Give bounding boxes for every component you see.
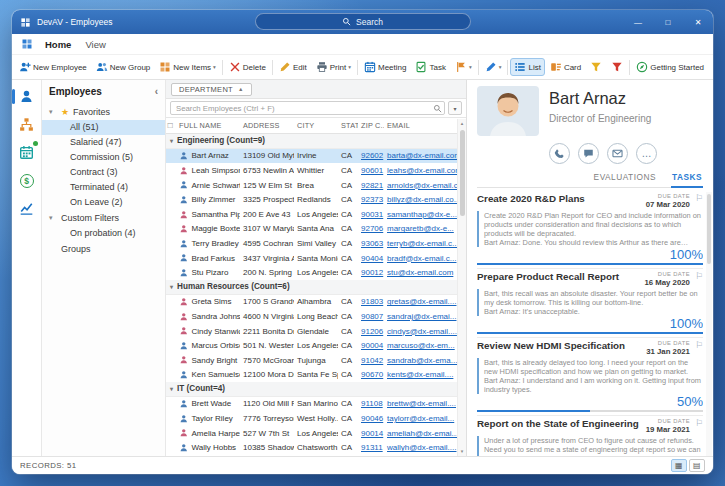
- table-row[interactable]: Brett Wade1120 Old Mill RdSan MarinoCA91…: [166, 397, 457, 412]
- zip-link[interactable]: 90004: [361, 341, 383, 350]
- email-link[interactable]: bradf@dx-email.c...: [387, 254, 456, 263]
- column-header-zip-c[interactable]: ZIP C...: [358, 121, 384, 130]
- scrollbar-thumb[interactable]: [460, 130, 465, 216]
- phone-button[interactable]: [549, 143, 570, 164]
- column-header-email[interactable]: EMAIL: [384, 121, 457, 130]
- task-item[interactable]: Prepare Product Recall ReportDUE DATE16 …: [477, 269, 703, 338]
- tab-evaluations[interactable]: EVALUATIONS: [593, 169, 657, 187]
- table-row[interactable]: Stu Pizaro200 N. Spring StLos AngelesCA9…: [166, 265, 457, 280]
- new-items-button[interactable]: New Items▾: [155, 58, 220, 76]
- email-link[interactable]: barta@dx-email.com: [387, 151, 457, 160]
- table-row[interactable]: Leah Simpson6753 Newlin AveWhittierCA906…: [166, 163, 457, 178]
- table-row[interactable]: Samantha Piper200 E Ave 43Los AngelesCA9…: [166, 207, 457, 222]
- email-link[interactable]: brettw@dx-email....: [387, 399, 456, 408]
- clear-filter-button[interactable]: [607, 58, 627, 76]
- task-item[interactable]: Review New HDMI SpecificationDUE DATE31 …: [477, 338, 703, 416]
- table-row[interactable]: Ken Samuelson12100 Mora DrSanta Fe Sp...…: [166, 368, 457, 383]
- sidebar-item-terminated-4[interactable]: Terminated (4): [42, 180, 165, 195]
- tab-tasks[interactable]: TASKS: [671, 169, 703, 188]
- email-link[interactable]: leahs@dx-email.com: [387, 166, 457, 175]
- flags-button[interactable]: ▾: [451, 58, 476, 76]
- column-header-state[interactable]: STATE: [338, 121, 358, 130]
- email-link[interactable]: ameliah@dx-emai...: [387, 429, 457, 438]
- flag-icon[interactable]: ⚐: [695, 340, 703, 351]
- email-link[interactable]: gretas@dx-email....: [387, 297, 456, 306]
- scroll-down-icon[interactable]: ▾: [461, 447, 464, 456]
- filter-button[interactable]: [586, 58, 606, 76]
- column-header-full-name[interactable]: FULL NAME: [176, 121, 240, 130]
- sidebar-section-favorites[interactable]: ▾★Favorites: [42, 104, 165, 120]
- email-link[interactable]: terryb@dx-email.c...: [387, 239, 457, 248]
- group-row-it-count-4[interactable]: ▾IT (Count=4): [166, 382, 457, 397]
- zip-link[interactable]: 90014: [361, 429, 383, 438]
- titlebar-search-box[interactable]: Search: [255, 13, 471, 30]
- edit-button[interactable]: Edit: [275, 58, 311, 76]
- meeting-button[interactable]: Meeting: [360, 58, 410, 76]
- sidebar-item-all-51[interactable]: All (51): [42, 120, 165, 135]
- zip-link[interactable]: 90404: [361, 254, 383, 263]
- delete-button[interactable]: Delete: [225, 58, 270, 76]
- table-row[interactable]: Greta Sims1700 S Grandvie...AlhambraCA91…: [166, 295, 457, 310]
- table-row[interactable]: Marcus Orbison501 N. Wester...Los Angele…: [166, 338, 457, 353]
- minimize-button[interactable]: —: [623, 10, 653, 34]
- search-options-button[interactable]: ▾: [448, 101, 462, 115]
- email-link[interactable]: arnolds@dx-email.c...: [387, 181, 457, 190]
- new-employee-button[interactable]: New Employee: [15, 58, 91, 76]
- tab-home[interactable]: Home: [45, 39, 71, 50]
- table-row[interactable]: Taylor Riley7776 Torreyson DrWest Holly.…: [166, 411, 457, 426]
- detail-scrollbar[interactable]: [706, 192, 712, 456]
- zip-link[interactable]: 91311: [361, 443, 383, 452]
- employee-search-input[interactable]: [170, 101, 445, 115]
- table-row[interactable]: Terry Bradley4595 Cochran StSimi ValleyC…: [166, 236, 457, 251]
- grid-scrollbar[interactable]: ▴ ▾: [457, 119, 466, 456]
- more-button[interactable]: …: [636, 143, 657, 164]
- email-link[interactable]: kents@dx-email....: [387, 370, 453, 379]
- table-row[interactable]: Bart Arnaz13109 Old Myfo...IrvineCA92602…: [166, 149, 457, 164]
- zip-link[interactable]: 92373: [361, 195, 383, 204]
- list-view-toggle-button[interactable]: ▤: [689, 459, 705, 472]
- sidebar-item-on-probation-4[interactable]: On probation (4): [42, 226, 165, 241]
- scrollbar-thumb[interactable]: [707, 194, 711, 264]
- sidebar-section-custom-filters[interactable]: ▾Custom Filters: [42, 210, 165, 226]
- tab-view[interactable]: View: [85, 39, 105, 50]
- column-header-address[interactable]: ADDRESS: [240, 121, 294, 130]
- zip-link[interactable]: 90807: [361, 312, 383, 321]
- table-row[interactable]: Billy Zimmer3325 Prospect DrRedlandsCA92…: [166, 192, 457, 207]
- email-link[interactable]: taylorr@dx-email...: [387, 414, 454, 423]
- flag-icon[interactable]: ⚐: [695, 193, 703, 204]
- support-button[interactable]: Support: [709, 58, 713, 76]
- table-row[interactable]: Sandra Johnson4600 N Virginia ...Long Be…: [166, 309, 457, 324]
- table-row[interactable]: Arnie Schwartz125 W Elm StBreaCA92821arn…: [166, 178, 457, 193]
- email-link[interactable]: wallyh@dx-email....: [387, 443, 456, 452]
- zip-link[interactable]: 91206: [361, 327, 383, 336]
- table-row[interactable]: Cindy Stanwick2211 Bonita Dr.GlendaleCA9…: [166, 324, 457, 339]
- maximize-button[interactable]: □: [653, 10, 683, 34]
- mail-button[interactable]: [607, 143, 628, 164]
- task-item[interactable]: Report on the State of Engineering DeptD…: [477, 416, 703, 456]
- select-all-checkbox[interactable]: ☐: [166, 122, 176, 130]
- rail-item-analytics[interactable]: [16, 199, 38, 218]
- zip-link[interactable]: 90012: [361, 268, 383, 277]
- scroll-up-icon[interactable]: ▴: [461, 119, 464, 128]
- titlebar[interactable]: DevAV - Employees Search — □ ✕: [12, 10, 713, 34]
- email-link[interactable]: stu@dx-email.com: [387, 268, 453, 277]
- zip-link[interactable]: 90046: [361, 414, 383, 423]
- table-row[interactable]: Wally Hobbs10385 Shadow...ChatsworthCA91…: [166, 440, 457, 455]
- rail-item-employees[interactable]: [16, 87, 38, 106]
- task-button[interactable]: Task: [411, 58, 449, 76]
- edit-note-button[interactable]: ▾: [481, 58, 506, 76]
- zip-link[interactable]: 92602: [361, 151, 383, 160]
- chat-button[interactable]: [578, 143, 599, 164]
- new-group-button[interactable]: New Group: [92, 58, 154, 76]
- sidebar-item-salaried-47[interactable]: Salaried (47): [42, 135, 165, 150]
- print-button[interactable]: Print▾: [312, 58, 355, 76]
- zip-link[interactable]: 91042: [361, 356, 383, 365]
- flag-icon[interactable]: ⚐: [695, 271, 703, 282]
- getting-started-button[interactable]: Getting Started: [632, 58, 708, 76]
- sidebar-item-contract-3[interactable]: Contract (3): [42, 165, 165, 180]
- table-row[interactable]: Sandy Bright7570 McGroarty...TujungaCA91…: [166, 353, 457, 368]
- rail-item-calendar[interactable]: [16, 143, 38, 162]
- group-row-human-resources-count-6[interactable]: ▾Human Resources (Count=6): [166, 280, 457, 295]
- email-link[interactable]: billyz@dx-email.co...: [387, 195, 457, 204]
- collapse-sidebar-icon[interactable]: ‹: [155, 86, 158, 97]
